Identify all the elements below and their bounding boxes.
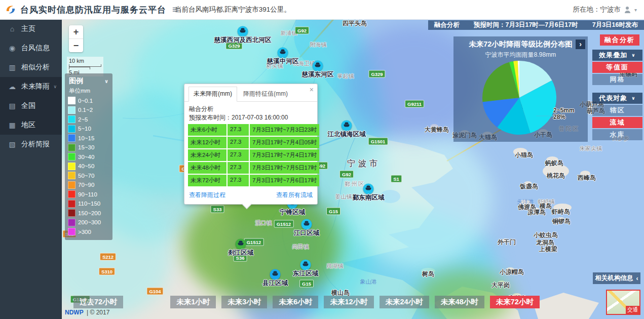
traffic-layer-thumbnail[interactable]: 交通	[606, 290, 640, 315]
typhoon-status-text: 当前台风南玛都,距离宁波市391公里。	[175, 5, 291, 14]
legend-item: 5~10	[68, 125, 109, 133]
collapse-left-icon: ‹	[636, 275, 638, 282]
fusion-analysis-button[interactable]: 融合分析	[600, 34, 639, 46]
sidebar-item-5[interactable]: ▦地区	[0, 115, 62, 135]
legend-range-label: 90~110	[78, 191, 97, 197]
popup-publish-time: 预报发布时间：2017-07-03 16:00:00	[189, 113, 313, 122]
sidebar-item-1[interactable]: ◉台风信息	[0, 38, 62, 58]
view-rain-process-link[interactable]: 查看降雨过程	[189, 191, 225, 200]
row-period: 未来6小时	[188, 124, 226, 136]
close-icon[interactable]: ×	[310, 86, 314, 93]
app-logo-icon	[5, 4, 16, 15]
legend-item: 0.1~2	[68, 106, 109, 114]
basin-marker[interactable]	[236, 239, 246, 250]
basin-marker[interactable]	[342, 121, 352, 131]
legend-swatch	[68, 209, 75, 217]
user-icon[interactable]	[624, 7, 631, 13]
layer-group-header-0[interactable]: 效果叠加∨	[592, 50, 642, 61]
sidebar-item-0[interactable]: ⌂主页	[0, 19, 62, 38]
user-dropdown-caret-icon[interactable]: ▾	[634, 7, 637, 13]
popup-row: 未来24小时27.37月3日17时~7月4日17时	[188, 149, 314, 161]
layer-button[interactable]: 辖区	[592, 105, 642, 116]
legend-collapse-icon[interactable]: ∨	[104, 78, 108, 84]
time-tab-7[interactable]: 未来72小时	[490, 296, 540, 308]
basin-marker[interactable]	[313, 61, 323, 71]
rain-pie-chart[interactable]	[481, 60, 557, 136]
legend-swatch	[68, 219, 75, 226]
pie-callout-leader	[536, 115, 553, 116]
legend-title: 图例	[69, 76, 83, 86]
tab-future-rain[interactable]: 未来降雨(mm)	[188, 87, 237, 102]
layer-control-stack: 融合分析 效果叠加∨等值面网格代表对象∨辖区流域水库	[592, 34, 642, 141]
related-org-info-button[interactable]: 相关机构信息 ‹	[593, 272, 640, 284]
zoom-out-button[interactable]: −	[69, 39, 83, 52]
legend-range-label: 0.1~2	[78, 107, 93, 113]
layer-button[interactable]: 等值面	[592, 62, 642, 73]
basin-marker[interactable]	[238, 26, 248, 37]
row-period: 未来72小时	[188, 175, 226, 186]
page-title: 台风实时信息防汛应用与服务云平台	[20, 4, 166, 16]
sidebar-item-label: 主页	[21, 24, 35, 33]
copyright-brand: NDWP	[65, 309, 84, 316]
pie-subtitle: 宁波市平均面雨量8.98mm	[453, 51, 588, 59]
time-tab-4[interactable]: 未来12小时	[324, 296, 373, 308]
legend-range-label: 5~10	[78, 126, 91, 132]
popup-row: 未来12小时27.37月3日17时~7月4日05时	[188, 137, 314, 148]
view-all-basins-link[interactable]: 查看所有流域	[276, 191, 313, 200]
legend-swatch	[68, 200, 75, 208]
tab-rain-features[interactable]: 降雨特征值(mm)	[238, 87, 293, 101]
sidebar-item-3[interactable]: ☁未来降雨∨	[0, 77, 62, 96]
copyright-suffix: | © 2017	[87, 309, 109, 316]
legend-range-label: 110~150	[78, 201, 100, 207]
row-range: 7月3日17时~7月4日05时	[250, 137, 319, 148]
legend-item: 40~50	[68, 163, 109, 170]
legend-swatch	[68, 181, 75, 189]
layer-group-title: 代表对象	[599, 93, 627, 104]
legend-swatch	[68, 153, 75, 161]
sidebar-item-label: 地区	[21, 121, 35, 130]
bar-chart-icon: ▥	[8, 63, 17, 71]
legend-swatch	[68, 97, 75, 104]
time-tab-5[interactable]: 未来24小时	[380, 296, 429, 308]
national-map-icon: ▤	[8, 102, 17, 110]
popup-row: 未来48小时27.37月3日17时~7月5日17时	[188, 162, 314, 174]
layer-group-header-1[interactable]: 代表对象∨	[592, 93, 642, 104]
basin-marker-icon	[304, 223, 310, 226]
scale-km-label: 10 km	[69, 58, 101, 64]
legend-range-label: 70~90	[78, 182, 94, 188]
time-tab-0[interactable]: 过去72小时	[73, 296, 123, 308]
sidebar-item-4[interactable]: ▤全国	[0, 96, 62, 115]
basin-marker-icon	[273, 273, 278, 276]
layer-button[interactable]: 水库	[592, 129, 642, 140]
row-period: 未来12小时	[188, 137, 226, 148]
pie-callout: 2~5mm 28%	[553, 107, 575, 121]
time-tab-6[interactable]: 未来48小时	[435, 296, 484, 308]
basin-marker-icon	[280, 52, 286, 54]
time-tab-2[interactable]: 未来3小时	[221, 296, 267, 308]
panel-expand-icon[interactable]: ›	[576, 39, 585, 49]
legend-swatch	[68, 228, 75, 235]
basin-marker-icon	[366, 188, 371, 190]
legend-item: 110~150	[68, 200, 109, 208]
basin-marker[interactable]	[278, 48, 288, 58]
basin-marker[interactable]	[301, 219, 312, 230]
map-canvas[interactable]: 四平头岛大黄蜂岛金塘岛里镶屿宁波市鄞州区普陀区新浦镇附海镇观海卫镇桥头镇掌起镇姜…	[62, 19, 644, 319]
sidebar-item-2[interactable]: ▥相似分析	[0, 58, 62, 77]
legend-swatch	[68, 134, 75, 142]
map-legend: 图例 ∨ 单位mm 0~0.10.1~22~55~1010~1515~3030~…	[65, 73, 112, 240]
legend-range-label: >300	[78, 229, 91, 235]
map-zoom-control: + −	[69, 25, 83, 52]
layer-button[interactable]: 流域	[592, 117, 642, 128]
basin-marker[interactable]	[363, 184, 374, 194]
zoom-in-button[interactable]: +	[69, 25, 83, 39]
legend-range-label: 30~40	[78, 154, 94, 160]
basin-marker[interactable]	[270, 269, 281, 280]
row-value: 27.3	[228, 124, 249, 136]
basin-marker[interactable]	[300, 260, 311, 270]
app-header: 台风实时信息防汛应用与服务云平台 ≡ 当前台风南玛都,距离宁波市391公里。 所…	[0, 0, 644, 20]
basin-marker-icon	[303, 264, 309, 266]
time-tab-1[interactable]: 未来1小时	[170, 296, 216, 308]
layer-button[interactable]: 网格	[592, 74, 642, 85]
time-tab-3[interactable]: 未来6小时	[273, 296, 318, 308]
sidebar-item-6[interactable]: ▧分析简报	[0, 135, 62, 154]
